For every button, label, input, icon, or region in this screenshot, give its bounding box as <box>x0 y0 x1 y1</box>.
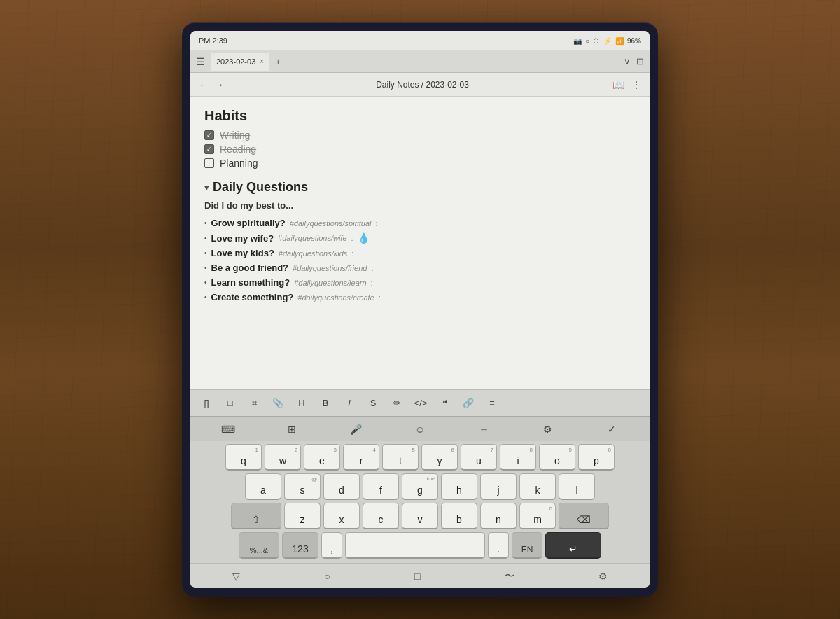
question-text-learn: Learn something? <box>211 277 290 288</box>
back-button[interactable]: ← <box>199 79 209 90</box>
key-j[interactable]: j <box>480 473 517 500</box>
key-r[interactable]: 4r <box>343 444 379 471</box>
format-quote-btn[interactable]: ❝ <box>434 394 455 413</box>
key-y[interactable]: 6y <box>421 444 458 471</box>
tab-close-button[interactable]: × <box>260 57 264 65</box>
key-x[interactable]: x <box>323 503 360 529</box>
format-tag-btn[interactable]: ⌗ <box>244 394 265 413</box>
key-p[interactable]: 0p <box>578 444 615 471</box>
key-c[interactable]: c <box>363 503 399 529</box>
keyboard-settings-btn[interactable]: ⚙ <box>536 419 561 439</box>
nav-settings-button[interactable]: ⚙ <box>590 568 616 585</box>
symbols-key[interactable]: %...& <box>239 532 279 559</box>
key-f[interactable]: f <box>363 473 399 500</box>
key-m[interactable]: 0m <box>519 503 556 529</box>
nav-gesture-button[interactable]: 〜 <box>496 567 523 585</box>
forward-button[interactable]: → <box>214 79 224 90</box>
bullet-icon: • <box>204 249 207 257</box>
nav-back-button[interactable]: ▽ <box>224 568 248 585</box>
keyboard-mic-btn[interactable]: 🎤 <box>344 419 369 439</box>
book-icon[interactable]: 📖 <box>612 79 624 90</box>
format-heading-btn[interactable]: H <box>291 394 312 413</box>
tab-add-button[interactable]: + <box>272 55 284 69</box>
chevron-down-icon[interactable]: ∨ <box>624 56 631 67</box>
sidebar-toggle-icon[interactable]: ☰ <box>196 56 205 67</box>
key-l[interactable]: l <box>559 473 595 500</box>
key-b[interactable]: b <box>441 503 477 529</box>
colon-create: : <box>379 293 381 302</box>
collapse-arrow-icon[interactable]: ▾ <box>204 183 209 193</box>
num-key[interactable]: 123 <box>282 532 318 559</box>
key-q[interactable]: 1q <box>225 444 262 471</box>
keyboard-toggle-btn[interactable]: ⌨ <box>216 419 241 439</box>
key-h[interactable]: h <box>441 473 477 500</box>
lang-key[interactable]: EN <box>512 532 542 559</box>
keyboard-cursor-btn[interactable]: ↔ <box>471 419 496 439</box>
keyboard-toolbar: ⌨ ⊞ 🎤 ☺ ↔ ⚙ ✓ <box>190 416 650 441</box>
daily-questions-label: Daily Questions <box>213 180 308 195</box>
key-o[interactable]: 9o <box>539 444 575 471</box>
question-text-create: Create something? <box>211 292 294 302</box>
key-row-4: %...& 123 , . EN ↵ <box>193 532 647 559</box>
habit-checkbox-writing[interactable] <box>204 130 214 140</box>
nav-home-button[interactable]: ○ <box>316 568 338 585</box>
key-e[interactable]: 3e <box>304 444 340 471</box>
water-drop-icon: 💧 <box>358 232 370 244</box>
key-t[interactable]: 5t <box>382 444 419 471</box>
wifi-icon: 📶 <box>615 37 624 45</box>
bullet-icon: • <box>204 279 207 286</box>
habit-checkbox-reading[interactable] <box>204 144 214 154</box>
question-tag-spiritual: #dailyquestions/spiritual <box>290 219 372 228</box>
habits-title: Habits <box>204 108 636 124</box>
key-n[interactable]: n <box>480 503 517 529</box>
habit-checkbox-planning[interactable] <box>204 158 214 168</box>
format-code-btn[interactable]: </> <box>410 394 431 413</box>
more-options-icon[interactable]: ⋮ <box>631 79 641 90</box>
key-v[interactable]: v <box>402 503 438 529</box>
battery-label: 96% <box>627 37 641 45</box>
nav-recent-button[interactable]: □ <box>406 568 428 585</box>
colon-friend: : <box>371 264 373 272</box>
key-d[interactable]: d <box>323 473 360 500</box>
keyboard-done-btn[interactable]: ✓ <box>599 419 624 439</box>
comma-key[interactable]: , <box>321 532 342 559</box>
did-i-text: Did I do my best to... <box>204 200 636 211</box>
bullet-icon: • <box>204 264 207 272</box>
format-bold-btn[interactable]: B <box>315 394 336 413</box>
key-a[interactable]: a <box>245 473 281 500</box>
key-g[interactable]: timeg <box>402 473 438 500</box>
format-pen-btn[interactable]: ✏ <box>386 394 407 413</box>
format-attach-btn[interactable]: 📎 <box>267 394 288 413</box>
key-k[interactable]: k <box>519 473 556 500</box>
period-key[interactable]: . <box>488 532 509 559</box>
habit-label-planning: Planning <box>220 158 258 169</box>
backspace-key[interactable]: ⌫ <box>559 503 609 529</box>
status-icons: 📷 ○ ⏱ ⚡ 📶 96% <box>573 37 641 45</box>
content-area[interactable]: Habits Writing Reading Planning ▾ <box>190 97 650 389</box>
keyboard-keys: 1q 2w 3e 4r 5t 6y 7u 8i 9o 0p a @s d f <box>190 441 650 563</box>
key-s[interactable]: @s <box>284 473 321 500</box>
keyboard-grid-btn[interactable]: ⊞ <box>279 419 304 439</box>
space-key[interactable] <box>345 532 485 559</box>
format-doc-btn[interactable]: □ <box>220 394 241 413</box>
key-u[interactable]: 7u <box>461 444 497 471</box>
colon-wife: : <box>351 234 354 242</box>
format-italic-btn[interactable]: I <box>339 394 360 413</box>
format-strikethrough-btn[interactable]: S <box>363 394 384 413</box>
key-w[interactable]: 2w <box>265 444 301 471</box>
tab-bar: ☰ 2023-02-03 × + ∨ ⊡ <box>190 50 650 73</box>
format-more-btn[interactable]: ≡ <box>482 394 503 413</box>
key-z[interactable]: z <box>284 503 321 529</box>
layout-icon[interactable]: ⊡ <box>636 56 644 67</box>
keyboard-emoji-btn[interactable]: ☺ <box>407 419 433 439</box>
enter-key[interactable]: ↵ <box>545 532 601 559</box>
shift-key[interactable]: ⇧ <box>231 503 281 529</box>
circle-icon: ○ <box>585 37 589 45</box>
format-link-btn[interactable]: 🔗 <box>458 394 479 413</box>
camera-icon: 📷 <box>573 37 582 45</box>
key-i[interactable]: 8i <box>500 444 536 471</box>
format-bracket-btn[interactable]: [] <box>196 394 217 413</box>
active-tab[interactable]: 2023-02-03 × <box>211 53 270 71</box>
question-tag-learn: #dailyquestions/learn <box>294 279 366 287</box>
colon-learn: : <box>371 279 373 287</box>
